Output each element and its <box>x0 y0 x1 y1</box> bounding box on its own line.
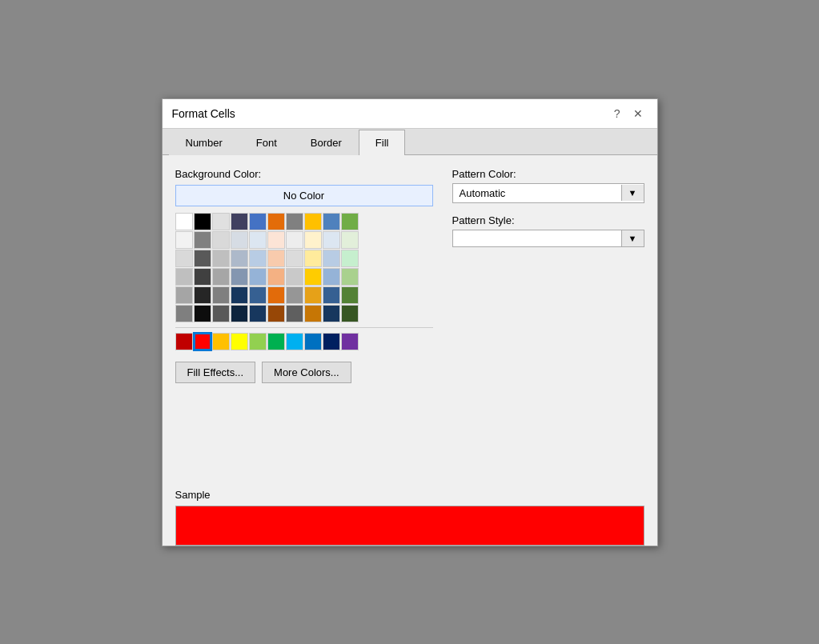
color-cell[interactable] <box>267 250 285 267</box>
accent-color-cell[interactable] <box>286 333 303 350</box>
color-cell[interactable] <box>175 231 193 249</box>
tab-fill[interactable]: Fill <box>359 130 406 155</box>
color-cell[interactable] <box>341 250 359 267</box>
color-cell[interactable] <box>323 305 340 322</box>
fill-effects-button[interactable]: Fill Effects... <box>175 362 256 383</box>
color-cell[interactable] <box>231 305 248 322</box>
more-colors-button[interactable]: More Colors... <box>262 362 351 383</box>
color-row <box>175 250 433 267</box>
color-cell[interactable] <box>194 286 211 304</box>
color-cell[interactable] <box>304 286 322 304</box>
color-cell[interactable] <box>341 305 359 322</box>
accent-color-cell[interactable] <box>194 333 211 350</box>
color-cell[interactable] <box>175 213 193 230</box>
color-cell[interactable] <box>341 213 359 230</box>
no-color-button[interactable]: No Color <box>175 185 433 206</box>
dialog-title: Format Cells <box>172 107 235 120</box>
color-cell[interactable] <box>267 268 285 286</box>
color-row <box>175 268 433 286</box>
pattern-style-label: Pattern Style: <box>452 214 644 226</box>
color-cell[interactable] <box>341 268 359 286</box>
color-cell[interactable] <box>175 286 193 304</box>
color-cell[interactable] <box>249 305 267 322</box>
color-cell[interactable] <box>267 286 285 304</box>
color-cell[interactable] <box>267 213 285 230</box>
color-cell[interactable] <box>286 268 303 286</box>
color-row <box>175 286 433 304</box>
color-cell[interactable] <box>304 305 322 322</box>
color-cell[interactable] <box>267 305 285 322</box>
color-cell[interactable] <box>249 231 267 249</box>
pattern-color-dropdown[interactable]: Automatic ▼ <box>452 183 644 203</box>
tab-font[interactable]: Font <box>239 130 294 155</box>
color-cell[interactable] <box>286 231 303 249</box>
color-cell[interactable] <box>194 231 211 249</box>
sample-box <box>175 506 644 546</box>
color-cell[interactable] <box>231 268 248 286</box>
accent-color-cell[interactable] <box>267 333 285 350</box>
accent-color-cell[interactable] <box>323 333 340 350</box>
color-cell[interactable] <box>286 305 303 322</box>
accent-color-cell[interactable] <box>175 333 193 350</box>
accent-color-cell[interactable] <box>212 333 230 350</box>
color-cell[interactable] <box>231 286 248 304</box>
color-cell[interactable] <box>231 213 248 230</box>
color-cell[interactable] <box>231 250 248 267</box>
color-cell[interactable] <box>231 231 248 249</box>
color-cell[interactable] <box>304 213 322 230</box>
color-cell[interactable] <box>212 305 230 322</box>
pattern-color-arrow[interactable]: ▼ <box>621 185 644 201</box>
sample-area: Sample <box>163 479 657 546</box>
color-cell[interactable] <box>212 250 230 267</box>
color-cell[interactable] <box>304 231 322 249</box>
color-cell[interactable] <box>341 286 359 304</box>
accent-color-cell[interactable] <box>304 333 322 350</box>
color-cell[interactable] <box>323 231 340 249</box>
color-cell[interactable] <box>286 286 303 304</box>
fill-content: Background Color: No Color Fill Effects.… <box>163 155 657 479</box>
color-cell[interactable] <box>323 286 340 304</box>
color-cell[interactable] <box>286 213 303 230</box>
dialog-inner: Background Color: No Color Fill Effects.… <box>163 155 657 546</box>
pattern-style-dropdown[interactable]: ▼ <box>452 230 644 247</box>
format-cells-dialog: Format Cells ? ✕ NumberFontBorderFill Ba… <box>162 98 658 546</box>
color-row <box>175 305 433 322</box>
color-cell[interactable] <box>194 213 211 230</box>
color-cell[interactable] <box>175 305 193 322</box>
color-cell[interactable] <box>212 268 230 286</box>
color-cell[interactable] <box>175 250 193 267</box>
help-button[interactable]: ? <box>609 106 625 122</box>
color-cell[interactable] <box>212 231 230 249</box>
color-cell[interactable] <box>323 268 340 286</box>
accent-color-cell[interactable] <box>231 333 248 350</box>
color-cell[interactable] <box>249 268 267 286</box>
accent-color-row <box>175 333 433 350</box>
color-row <box>175 231 433 249</box>
color-cell[interactable] <box>212 213 230 230</box>
accent-color-cell[interactable] <box>341 333 359 350</box>
tab-border[interactable]: Border <box>294 130 359 155</box>
color-cell[interactable] <box>212 286 230 304</box>
color-cell[interactable] <box>267 231 285 249</box>
color-cell[interactable] <box>194 250 211 267</box>
title-bar: Format Cells ? ✕ <box>163 99 657 129</box>
color-cell[interactable] <box>175 268 193 286</box>
color-cell[interactable] <box>194 268 211 286</box>
color-cell[interactable] <box>304 250 322 267</box>
right-panel: Pattern Color: Automatic ▼ Pattern Style… <box>452 168 644 466</box>
color-cell[interactable] <box>249 286 267 304</box>
color-cell[interactable] <box>304 268 322 286</box>
color-cell[interactable] <box>323 250 340 267</box>
pattern-color-label: Pattern Color: <box>452 168 644 180</box>
tab-number[interactable]: Number <box>169 130 239 155</box>
color-cell[interactable] <box>194 305 211 322</box>
accent-color-cell[interactable] <box>249 333 267 350</box>
pattern-color-value: Automatic <box>453 184 621 202</box>
color-cell[interactable] <box>249 250 267 267</box>
pattern-style-arrow[interactable]: ▼ <box>621 230 644 246</box>
color-cell[interactable] <box>249 213 267 230</box>
color-cell[interactable] <box>286 250 303 267</box>
color-cell[interactable] <box>323 213 340 230</box>
close-button[interactable]: ✕ <box>628 106 648 122</box>
color-cell[interactable] <box>341 231 359 249</box>
